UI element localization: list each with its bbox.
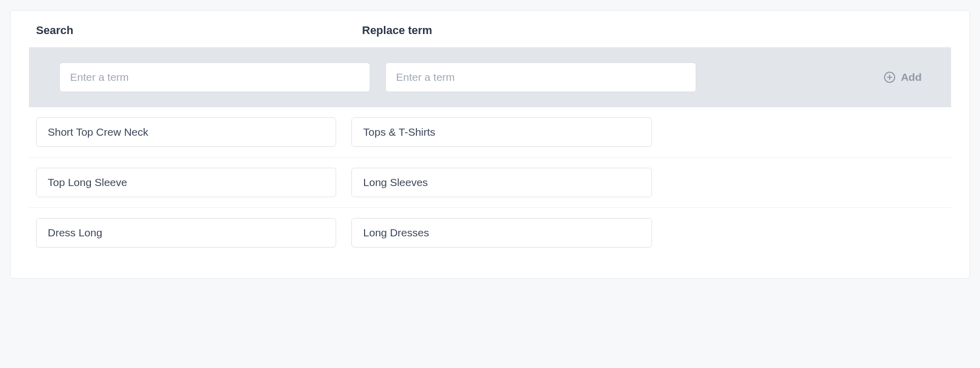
plus-circle-icon xyxy=(884,71,896,83)
search-header-label: Search xyxy=(36,24,347,37)
row-spacer xyxy=(667,117,944,147)
new-rule-band: Add xyxy=(29,47,951,107)
row-spacer xyxy=(667,168,944,197)
rule-row: Short Top Crew NeckTops & T-Shirts xyxy=(29,107,951,158)
header-row: Search Replace term xyxy=(11,11,969,47)
rules-list: Short Top Crew NeckTops & T-ShirtsTop Lo… xyxy=(11,107,969,278)
add-button-label: Add xyxy=(901,71,922,83)
replace-header-label: Replace term xyxy=(362,24,673,37)
search-term-box[interactable]: Dress Long xyxy=(36,218,336,248)
rule-row: Top Long SleeveLong Sleeves xyxy=(29,158,951,208)
search-term-box[interactable]: Top Long Sleeve xyxy=(36,168,336,197)
add-button[interactable]: Add xyxy=(879,71,926,83)
replace-term-box[interactable]: Long Dresses xyxy=(351,218,651,248)
search-term-box[interactable]: Short Top Crew Neck xyxy=(36,117,336,147)
synonym-card: Search Replace term Add Short Top Crew N… xyxy=(10,10,970,279)
search-input[interactable] xyxy=(59,63,370,92)
replace-term-box[interactable]: Long Sleeves xyxy=(351,168,651,197)
rule-row: Dress LongLong Dresses xyxy=(29,208,951,258)
replace-term-box[interactable]: Tops & T-Shirts xyxy=(351,117,651,147)
row-spacer xyxy=(667,218,944,248)
replace-input[interactable] xyxy=(385,63,696,92)
